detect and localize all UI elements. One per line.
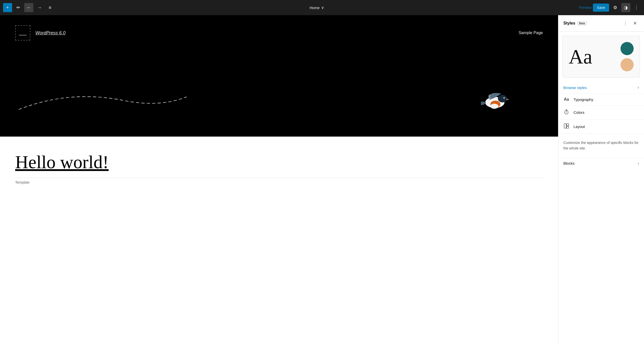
color-circle-light — [620, 58, 634, 71]
svg-rect-7 — [567, 124, 569, 126]
layout-menu-item[interactable]: Layout — [558, 120, 644, 134]
settings-button[interactable]: ⚙ — [611, 3, 620, 12]
colors-label: Colors — [573, 110, 584, 115]
redo-button[interactable]: → — [35, 3, 44, 12]
browse-styles-chevron: › — [638, 85, 639, 90]
undo-button[interactable]: ← — [24, 3, 33, 12]
more-options-button[interactable]: ⋮ — [632, 3, 641, 12]
hero-section: WordPress 6.0 Sample Page — [0, 15, 558, 137]
toolbar-center: Home ∨ — [56, 5, 577, 10]
svg-rect-6 — [564, 124, 566, 128]
style-preview-card: Aa — [562, 36, 640, 78]
dark-mode-icon: ◑ — [624, 5, 628, 10]
typography-menu-item[interactable]: Aa Typography — [558, 94, 644, 105]
sidebar-header-actions: ⋮ ✕ — [621, 19, 639, 27]
typography-icon: Aa — [563, 97, 569, 102]
add-block-button[interactable]: + — [3, 3, 12, 12]
main-area: WordPress 6.0 Sample Page — [0, 15, 644, 345]
sidebar-header: Styles Beta ⋮ ✕ — [558, 15, 644, 32]
colors-menu-item[interactable]: Colors — [558, 105, 644, 120]
chevron-down-icon: ∨ — [321, 5, 324, 10]
logo-placeholder-inner — [19, 30, 27, 35]
bird-area — [15, 51, 543, 126]
menu-icon: ≡ — [49, 5, 52, 10]
more-icon: ⋮ — [634, 5, 639, 10]
template-label: Template — [15, 180, 30, 184]
svg-point-3 — [490, 104, 498, 109]
style-aa-label: Aa — [569, 45, 592, 68]
bottom-divider: Template — [15, 178, 543, 185]
add-icon: + — [6, 5, 9, 10]
toolbar: + ✏ ← → ≡ Home ∨ Preview Save ⚙ ◑ ⋮ — [0, 0, 644, 15]
site-logo — [15, 25, 30, 40]
typography-label: Typography — [573, 97, 593, 102]
content-section: Hello world! Template — [0, 137, 558, 345]
page-title-button[interactable]: Home ∨ — [310, 5, 324, 10]
sidebar-more-icon: ⋮ — [623, 20, 628, 26]
site-title: WordPress 6.0 — [35, 30, 65, 36]
undo-icon: ← — [27, 5, 31, 10]
sidebar-close-icon: ✕ — [633, 20, 637, 26]
toolbar-right: Preview Save ⚙ ◑ ⋮ — [579, 3, 641, 12]
color-circles — [620, 42, 634, 71]
svg-point-5 — [504, 98, 505, 98]
layout-label: Layout — [573, 124, 585, 129]
blocks-chevron: › — [638, 161, 639, 166]
menu-button[interactable]: ≡ — [45, 3, 55, 12]
site-header: WordPress 6.0 Sample Page — [15, 25, 543, 40]
customize-text: Customize the appearance of specific blo… — [558, 134, 644, 158]
sidebar-more-button[interactable]: ⋮ — [621, 19, 629, 27]
svg-rect-8 — [567, 126, 569, 128]
canvas: WordPress 6.0 Sample Page — [0, 15, 558, 345]
bird-svg — [477, 86, 513, 116]
site-nav: Sample Page — [519, 31, 543, 35]
blocks-label: Blocks — [563, 161, 638, 165]
page-title-label: Home — [310, 6, 320, 10]
color-circle-dark — [620, 42, 634, 55]
sidebar-close-button[interactable]: ✕ — [631, 19, 639, 27]
sidebar-title: Styles — [563, 21, 575, 26]
edit-button[interactable]: ✏ — [14, 3, 23, 12]
save-button[interactable]: Save — [593, 4, 609, 12]
dark-mode-button[interactable]: ◑ — [621, 3, 630, 12]
colors-icon — [563, 109, 569, 116]
beta-badge: Beta — [577, 21, 587, 25]
hello-world-heading: Hello world! — [15, 152, 543, 173]
canvas-inner: WordPress 6.0 Sample Page — [0, 15, 558, 345]
settings-icon: ⚙ — [613, 5, 617, 10]
redo-icon: → — [37, 5, 42, 10]
browse-styles-row[interactable]: Browse styles › — [558, 82, 644, 94]
dashed-path-svg — [15, 86, 214, 111]
svg-point-1 — [498, 95, 507, 102]
layout-icon — [563, 123, 569, 130]
blocks-row[interactable]: Blocks › — [558, 158, 644, 169]
preview-button[interactable]: Preview — [579, 6, 591, 10]
styles-sidebar: Styles Beta ⋮ ✕ Aa Browse styles › — [558, 15, 644, 345]
edit-icon: ✏ — [16, 5, 20, 10]
browse-styles-label: Browse styles — [563, 85, 638, 90]
